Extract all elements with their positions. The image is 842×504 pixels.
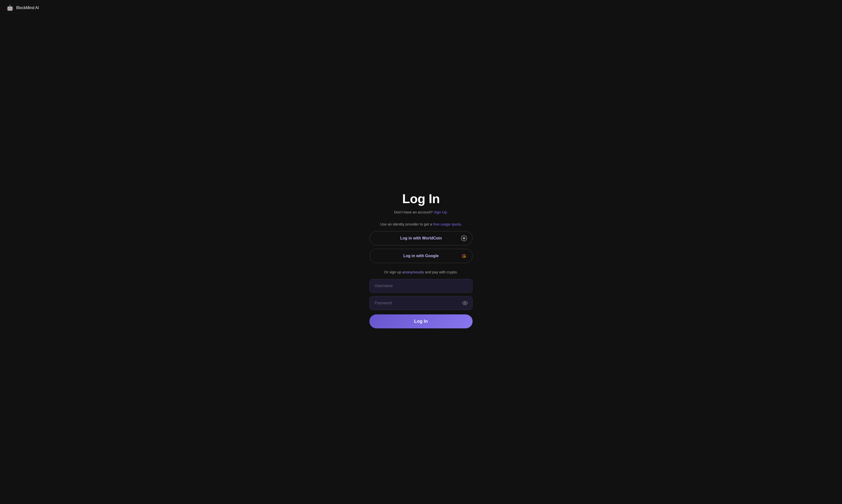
login-container: Log In Don't have an account? Sign Up. U…: [370, 191, 472, 328]
identity-provider-after: .: [461, 222, 462, 226]
username-wrapper: [370, 279, 472, 293]
worldcoin-icon: [461, 235, 467, 242]
brand-name: BlockMind AI: [16, 6, 39, 10]
worldcoin-button-label: Log in with WorldCoin: [381, 236, 461, 240]
login-submit-button[interactable]: Log In: [370, 314, 472, 328]
anonymous-link[interactable]: anonymously: [402, 270, 424, 274]
anonymous-text: Or sign up anonymously and pay with cryp…: [384, 270, 458, 274]
signup-prompt-text: Don't have an account?: [394, 210, 433, 214]
svg-point-0: [464, 302, 466, 304]
username-input[interactable]: [370, 279, 472, 293]
password-input[interactable]: [370, 296, 472, 310]
signup-link[interactable]: Sign Up.: [434, 210, 448, 214]
password-toggle-button[interactable]: [461, 300, 469, 307]
main-content: Log In Don't have an account? Sign Up. U…: [0, 16, 842, 504]
page-title: Log In: [402, 191, 440, 206]
password-wrapper: [370, 296, 472, 310]
anonymous-before: Or sign up: [384, 270, 401, 274]
identity-provider-text: Use an identity provider to get a free u…: [380, 222, 462, 226]
anonymous-after: and pay with crypto.: [425, 270, 458, 274]
app-logo-icon: 🤖: [6, 4, 14, 12]
free-quota-link[interactable]: free usage quota: [433, 222, 461, 226]
identity-provider-before: Use an identity provider to get a: [380, 222, 432, 226]
login-form: Log In: [370, 279, 472, 328]
google-login-button[interactable]: Log in with Google G: [370, 249, 472, 263]
google-button-label: Log in with Google: [381, 254, 461, 258]
worldcoin-login-button[interactable]: Log in with WorldCoin: [370, 231, 472, 245]
google-icon: G: [461, 252, 467, 259]
eye-icon: [462, 300, 468, 306]
app-header: 🤖 BlockMind AI: [0, 0, 842, 16]
signup-prompt: Don't have an account? Sign Up.: [394, 210, 448, 214]
